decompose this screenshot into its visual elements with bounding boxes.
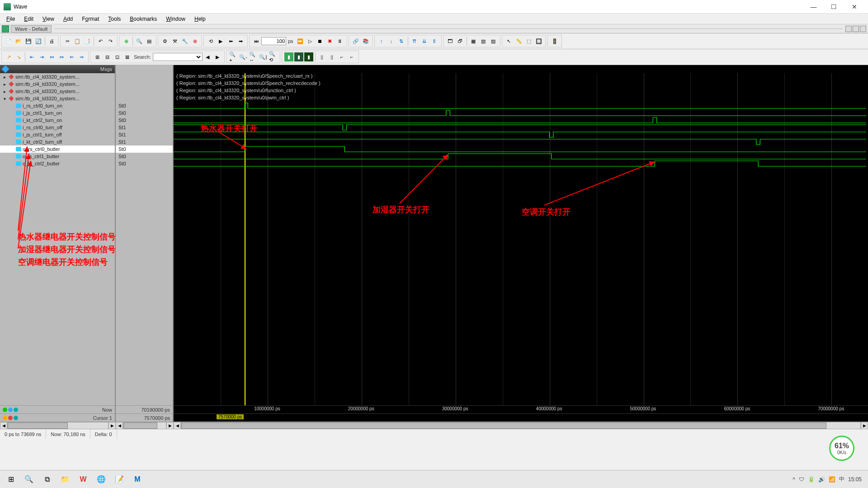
paste-icon[interactable]: 📑 (83, 37, 92, 46)
link-icon[interactable]: 🔗 (351, 37, 360, 46)
browser-icon[interactable]: 🌐 (92, 471, 110, 488)
minimize-button[interactable]: — (803, 0, 824, 13)
traffic-icon[interactable]: 🚦 (550, 37, 559, 46)
menu-window[interactable]: Window (161, 15, 190, 23)
undo-icon[interactable]: ↶ (96, 37, 105, 46)
reload-icon[interactable]: 🔄 (34, 37, 43, 46)
layout2-icon[interactable]: ▧ (479, 37, 488, 46)
continue-icon[interactable]: ▷ (306, 37, 315, 46)
lib-icon[interactable]: 📚 (361, 37, 370, 46)
collapse-all-icon[interactable]: ⊠ (123, 52, 132, 61)
cursor-both-icon[interactable]: ⇕ (430, 37, 439, 46)
run-length-icon[interactable]: ⏭ (252, 37, 261, 46)
format4-icon[interactable]: ▯ (317, 52, 326, 61)
value-hscroll[interactable] (123, 422, 166, 429)
pause-icon[interactable]: ⏸ (335, 37, 344, 46)
menu-tools[interactable]: Tools (104, 15, 125, 23)
open-icon[interactable]: 📂 (14, 37, 23, 46)
tab-wave-default[interactable]: Wave - Default (11, 25, 52, 33)
first-edge-icon[interactable]: ⇐ (67, 52, 76, 61)
wps-icon[interactable]: W (74, 471, 92, 488)
format1-icon[interactable]: ▮ (284, 52, 293, 61)
scroll-left-icon[interactable]: ◀ (0, 422, 7, 429)
tray-ime-icon[interactable]: 中 (839, 475, 844, 483)
val-scroll-left-icon[interactable]: ◀ (116, 422, 123, 429)
tray-net-icon[interactable]: 📶 (829, 476, 835, 483)
search-button[interactable]: 🔍 (20, 471, 38, 488)
cursor-mark[interactable]: 7570000 ps (217, 414, 244, 419)
search-next-icon[interactable]: ▶ (213, 52, 222, 61)
collapse-icon[interactable]: ⊟ (103, 52, 112, 61)
edge-fall-icon[interactable]: ↘ (14, 52, 23, 61)
next-edge-icon[interactable]: ⇥ (37, 52, 46, 61)
expand-all-icon[interactable]: ⊡ (113, 52, 122, 61)
tray-shield-icon[interactable]: 🛡 (799, 476, 804, 483)
signal-group[interactable]: ▸sim:/tb_cl4_ld3320_system... (0, 73, 115, 80)
format5-icon[interactable]: ▯ (327, 52, 336, 61)
cursor-up-icon[interactable]: ↑ (377, 37, 386, 46)
zoom-region-icon[interactable]: 🔲 (534, 37, 543, 46)
windows-icon[interactable]: 🗗 (456, 37, 465, 46)
signal-row[interactable]: i_kt_ctrl2_turn_on (0, 117, 115, 124)
break-sim-icon[interactable]: ✖ (326, 37, 335, 46)
print-icon[interactable]: 🖨 (47, 37, 56, 46)
signal-row[interactable]: i_js_ctrl1_turn_off (0, 131, 115, 138)
save-icon[interactable]: 💾 (24, 37, 33, 46)
signal-group[interactable]: ▾sim:/tb_cl4_ld3320_system... (0, 95, 115, 102)
signal-row[interactable]: i_rs_ctrl0_turn_off (0, 124, 115, 131)
edge-rise-icon[interactable]: ↗ (4, 52, 13, 61)
search-select[interactable] (153, 53, 203, 61)
step-back-icon[interactable]: ⬅ (226, 37, 235, 46)
prev-edge-icon[interactable]: ⇤ (27, 52, 36, 61)
search-prev-icon[interactable]: ◀ (203, 52, 212, 61)
format7-icon[interactable]: ⌐ (347, 52, 356, 61)
signal-row[interactable]: i_rs_ctrl0_turn_on (0, 102, 115, 109)
menu-format[interactable]: Format (77, 15, 104, 23)
cursor-down-icon[interactable]: ↓ (387, 37, 396, 46)
select-icon[interactable]: ↖ (505, 37, 514, 46)
filter-icon[interactable]: ▤ (145, 37, 154, 46)
layout1-icon[interactable]: ▦ (469, 37, 478, 46)
window-icon[interactable]: 🗔 (446, 37, 455, 46)
run-all-icon[interactable]: ⏩ (296, 37, 305, 46)
copy-icon[interactable]: 📋 (73, 37, 82, 46)
signal-row[interactable]: i_js_ctrl1_turn_on (0, 109, 115, 117)
explorer-icon[interactable]: 📁 (56, 471, 74, 488)
region-icon[interactable]: ⬚ (524, 37, 533, 46)
menu-add[interactable]: Add (59, 15, 77, 23)
start-button[interactable]: ⊞ (2, 471, 20, 488)
wave-canvas[interactable]: ( Region: sim:/tb_cl4_ld3320_system/u0/S… (174, 73, 868, 405)
redo-icon[interactable]: ↷ (106, 37, 115, 46)
run-time-input[interactable] (261, 37, 286, 45)
tray-time[interactable]: 15:05 (848, 476, 862, 483)
signal-hscroll[interactable] (7, 422, 108, 429)
cut-icon[interactable]: ✂ (63, 37, 72, 46)
add-signal-icon[interactable]: ⊕ (122, 37, 131, 46)
menu-file[interactable]: File (2, 15, 19, 23)
tab-min-icon[interactable] (845, 26, 852, 32)
zoom-in-icon[interactable]: 🔍+ (229, 52, 238, 61)
tab-max-icon[interactable] (853, 26, 859, 32)
wave-hscroll[interactable] (181, 422, 861, 429)
signal-group[interactable]: ▸sim:/tb_cl4_ld3320_system... (0, 80, 115, 88)
cursor-down2-icon[interactable]: ⇊ (420, 37, 429, 46)
zoom-out-icon[interactable]: 🔍- (239, 52, 248, 61)
cursor-up2-icon[interactable]: ⇈ (410, 37, 419, 46)
restart-icon[interactable]: ⟲ (206, 37, 215, 46)
find-icon[interactable]: 🔍 (135, 37, 144, 46)
wave-scroll-right-icon[interactable]: ▶ (861, 422, 868, 429)
modelsim-icon[interactable]: M (128, 471, 146, 488)
sim-setup-icon[interactable]: 🔧 (180, 37, 189, 46)
cursor-sync-icon[interactable]: ⇅ (397, 37, 406, 46)
measure-icon[interactable]: 📏 (514, 37, 524, 46)
menu-edit[interactable]: Edit (19, 15, 38, 23)
maximize-button[interactable]: ☐ (824, 0, 844, 13)
zoom-last-icon[interactable]: 🔍⟲ (269, 52, 278, 61)
menu-bookmarks[interactable]: Bookmarks (125, 15, 161, 23)
tray-volume-icon[interactable]: 🔊 (818, 476, 825, 483)
wave-pane[interactable]: ( Region: sim:/tb_cl4_ld3320_system/u0/S… (174, 65, 868, 422)
step-fwd-icon[interactable]: ➡ (236, 37, 245, 46)
compile-icon[interactable]: ⚙ (160, 37, 170, 46)
close-button[interactable]: ✕ (844, 0, 864, 13)
prev-trans-icon[interactable]: ⤆ (47, 52, 56, 61)
